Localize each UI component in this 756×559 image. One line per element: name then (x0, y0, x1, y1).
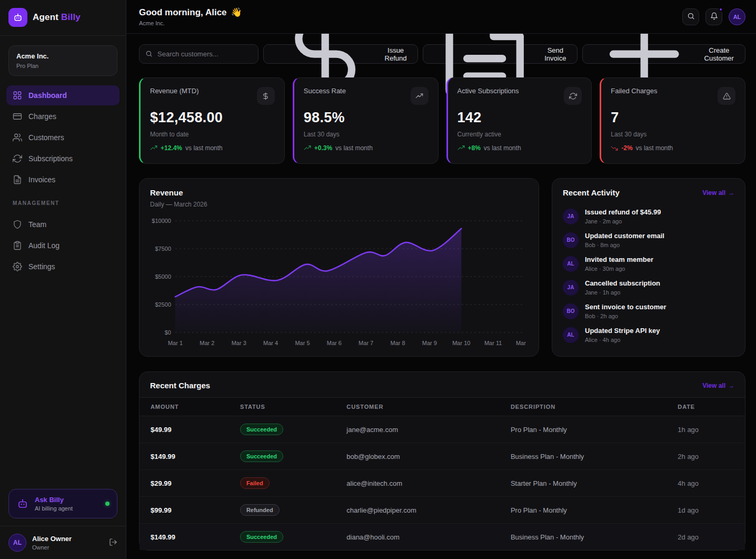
charge-description: Business Plan - Monthly (511, 524, 678, 551)
table-row[interactable]: $29.99 Failed alice@initech.com Starter … (140, 470, 745, 497)
arrow-right-icon: → (728, 189, 734, 197)
column-header-amount: AMOUNT (140, 398, 240, 416)
avatar: AL (8, 534, 26, 552)
header-avatar[interactable]: AL (729, 8, 745, 25)
issue-refund-button[interactable]: Issue Refund (263, 44, 419, 64)
brand-name: Agent Billy (33, 12, 81, 23)
charge-amount: $149.99 (140, 524, 240, 551)
charges-title: Recent Charges (150, 381, 210, 390)
activity-item-meta: Jane · 1h ago (585, 289, 660, 296)
search-input[interactable] (139, 44, 258, 64)
trending-up-icon (457, 144, 465, 152)
activity-item-meta: Alice · 30m ago (585, 266, 653, 272)
send-invoice-button[interactable]: Send Invoice (423, 44, 578, 64)
logout-button[interactable] (109, 538, 117, 548)
column-header-description: DESCRIPTION (511, 398, 678, 416)
svg-text:$5000: $5000 (155, 273, 171, 280)
stat-value: 142 (457, 110, 582, 126)
stat-card-failed-charges: Failed Charges 7 Last 30 days -2% vs las… (600, 77, 745, 164)
dashboard-content: Issue Refund Send Invoice Create Custome… (126, 34, 756, 559)
table-row[interactable]: $99.99 Refunded charlie@piedpiper.com Pr… (140, 497, 745, 524)
sidebar-item-subscriptions[interactable]: Subscriptions (6, 149, 120, 169)
stat-trend-value: -2% (621, 144, 632, 152)
activity-item-meta: Bob · 8m ago (585, 242, 664, 248)
stat-subtitle: Month to date (150, 131, 275, 138)
sidebar-item-audit-log[interactable]: Audit Log (6, 236, 120, 256)
sidebar-item-dashboard[interactable]: Dashboard (6, 85, 120, 105)
sidebar-item-label: Subscriptions (28, 154, 73, 163)
sidebar-item-label: Audit Log (28, 241, 59, 250)
activity-item[interactable]: BO Updated customer email Bob · 8m ago (563, 228, 734, 252)
table-row[interactable]: $149.99 Succeeded bob@globex.com Busines… (140, 443, 745, 470)
warning-icon (718, 87, 735, 105)
sidebar-item-label: Customers (28, 133, 64, 142)
stat-label: Failed Charges (611, 87, 657, 95)
table-row[interactable]: $49.99 Succeeded jane@acme.com Pro Plan … (140, 416, 745, 443)
tenant-name: Acme Inc. (16, 52, 110, 60)
activity-item[interactable]: AL Updated Stripe API key Alice · 4h ago (563, 323, 734, 347)
recent-charges-card: Recent Charges View all → AMOUNT STATUS … (139, 371, 745, 551)
avatar: BO (563, 232, 579, 248)
stat-trend-suffix: vs last month (335, 144, 373, 152)
activity-item[interactable]: JA Cancelled subscription Jane · 1h ago (563, 276, 734, 299)
robot-logo-icon (8, 8, 27, 27)
stat-value: 98.5% (304, 110, 429, 126)
svg-text:Mar 1: Mar 1 (168, 340, 183, 346)
grid-icon (13, 91, 22, 100)
activity-item[interactable]: AL Invited team member Alice · 30m ago (563, 252, 734, 276)
charge-amount: $49.99 (140, 416, 240, 443)
activity-item-meta: Bob · 2h ago (585, 313, 667, 319)
sidebar-item-label: Charges (28, 112, 56, 121)
svg-text:Mar 11: Mar 11 (484, 340, 502, 346)
activity-item-meta: Jane · 2m ago (585, 218, 661, 224)
sidebar-nav: Dashboard Charges Customers Subscription… (0, 81, 126, 191)
sidebar-item-customers[interactable]: Customers (6, 128, 120, 148)
header-search-button[interactable] (682, 8, 699, 25)
activity-item-meta: Alice · 4h ago (585, 337, 660, 343)
revenue-line-chart: $0$2500$5000$7500$10000Mar 1Mar 2Mar 3Ma… (150, 213, 528, 354)
stat-trend-value: +0.3% (314, 144, 332, 152)
sidebar-item-settings[interactable]: Settings (6, 257, 120, 277)
online-status-dot (105, 502, 110, 506)
stat-label: Revenue (MTD) (150, 87, 198, 95)
sidebar-item-charges[interactable]: Charges (6, 106, 120, 126)
charge-date: 1h ago (678, 416, 745, 443)
charge-customer: alice@initech.com (346, 470, 511, 497)
svg-text:Mar 5: Mar 5 (295, 340, 310, 346)
stat-value: 7 (611, 110, 735, 126)
svg-text:Mar 10: Mar 10 (452, 340, 470, 346)
toolbar-button-label: Issue Refund (382, 46, 409, 62)
activity-item[interactable]: BO Sent invoice to customer Bob · 2h ago (563, 299, 734, 323)
stat-label: Success Rate (304, 87, 346, 95)
svg-text:Mar 7: Mar 7 (359, 340, 373, 346)
charge-amount: $29.99 (140, 470, 240, 497)
quick-actions-toolbar: Issue Refund Send Invoice Create Custome… (139, 44, 745, 64)
activity-item[interactable]: JA Issued refund of $45.99 Jane · 2m ago (563, 204, 734, 228)
stat-trend-suffix: vs last month (636, 144, 673, 152)
sidebar-item-team[interactable]: Team (6, 214, 120, 234)
activity-item-title: Cancelled subscription (585, 279, 660, 287)
user-name: Alice Owner (32, 535, 72, 543)
ask-billy-card[interactable]: Ask Billy AI billing agent (8, 489, 117, 518)
users-icon (13, 133, 22, 142)
svg-text:Mar 4: Mar 4 (263, 340, 278, 346)
column-header-status: STATUS (240, 398, 346, 416)
table-row[interactable]: $149.99 Succeeded diana@hooli.com Busine… (140, 524, 745, 551)
tenant-switcher[interactable]: Acme Inc. Pro Plan (8, 45, 117, 76)
notifications-button[interactable] (705, 8, 722, 25)
sidebar-item-label: Dashboard (28, 91, 67, 100)
sidebar-item-invoices[interactable]: Invoices (6, 170, 120, 190)
stat-trend-suffix: vs last month (185, 144, 223, 152)
charge-description: Business Plan - Monthly (511, 443, 678, 470)
activity-item-title: Updated Stripe API key (585, 327, 660, 335)
charges-view-all-link[interactable]: View all → (702, 382, 734, 389)
create-customer-button[interactable]: Create Customer (582, 44, 745, 64)
recent-activity-card: Recent Activity View all → JA Issued ref… (552, 178, 745, 357)
trending-up-icon (411, 87, 429, 105)
toolbar-button-label: Send Invoice (542, 46, 569, 62)
refresh-icon (13, 154, 22, 163)
svg-text:Mar 8: Mar 8 (390, 340, 405, 346)
sidebar: Agent Billy Acme Inc. Pro Plan Dashboard… (0, 0, 126, 559)
activity-view-all-link[interactable]: View all → (702, 189, 734, 197)
revenue-chart-card: Revenue Daily — March 2026 $0$2500$5000$… (139, 178, 539, 357)
